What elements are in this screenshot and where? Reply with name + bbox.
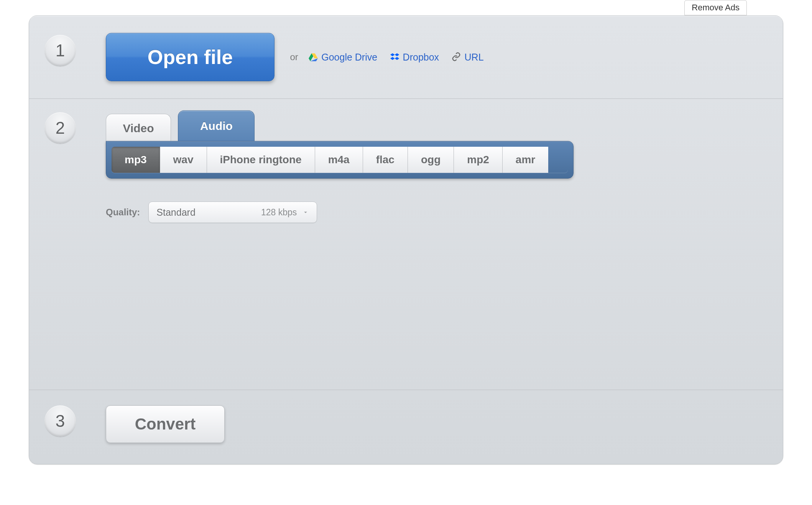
- format-option[interactable]: ogg: [408, 147, 454, 173]
- format-list: mp3waviPhone ringtonem4aflacoggmp2amr: [112, 147, 568, 173]
- open-file-button[interactable]: Open file: [106, 33, 275, 81]
- format-option[interactable]: mp2: [454, 147, 503, 173]
- tab-audio[interactable]: Audio: [178, 110, 255, 141]
- format-option[interactable]: m4a: [315, 147, 363, 173]
- dropbox-link[interactable]: Dropbox: [390, 52, 439, 63]
- url-label: URL: [465, 52, 484, 63]
- step-1: 1 Open file or Google Drive: [29, 16, 783, 98]
- google-drive-label: Google Drive: [321, 52, 377, 63]
- format-option[interactable]: wav: [160, 147, 207, 173]
- step-badge-1: 1: [44, 35, 76, 66]
- or-text: or: [290, 52, 298, 62]
- format-option[interactable]: flac: [363, 147, 408, 173]
- google-drive-link[interactable]: Google Drive: [308, 52, 377, 63]
- format-option[interactable]: amr: [503, 147, 548, 173]
- quality-select[interactable]: Standard 128 kbps: [148, 202, 317, 223]
- step-3: 3 Convert: [29, 390, 783, 464]
- url-link[interactable]: URL: [452, 52, 484, 63]
- formats-container: mp3waviPhone ringtonem4aflacoggmp2amr: [106, 141, 574, 179]
- dropbox-label: Dropbox: [403, 52, 439, 63]
- step-2: 2 Video Audio mp3waviPhone ringtonem4afl…: [29, 98, 783, 390]
- format-option[interactable]: iPhone ringtone: [207, 147, 315, 173]
- chevron-down-icon: [302, 207, 309, 218]
- media-type-tabs: Video Audio: [106, 110, 766, 141]
- step-badge-2: 2: [44, 112, 76, 144]
- tab-video[interactable]: Video: [106, 114, 171, 142]
- google-drive-icon: [308, 52, 318, 62]
- quality-name: Standard: [156, 207, 261, 218]
- dropbox-icon: [390, 52, 400, 62]
- link-icon: [452, 52, 462, 62]
- format-option[interactable]: mp3: [112, 147, 160, 173]
- quality-label: Quality:: [106, 207, 140, 218]
- remove-ads-button[interactable]: Remove Ads: [684, 0, 747, 15]
- convert-button[interactable]: Convert: [106, 405, 225, 443]
- converter-panel: 1 Open file or Google Drive: [29, 15, 783, 464]
- step-badge-3: 3: [44, 405, 76, 437]
- quality-row: Quality: Standard 128 kbps: [106, 202, 766, 223]
- quality-rate: 128 kbps: [261, 207, 297, 218]
